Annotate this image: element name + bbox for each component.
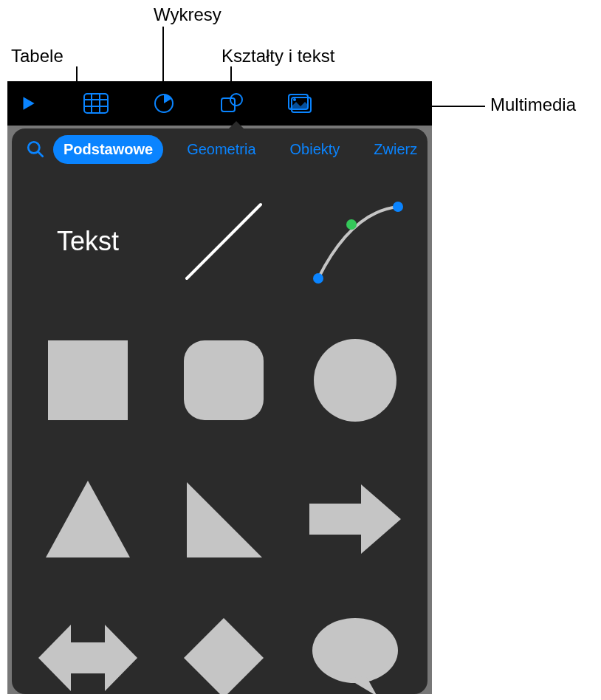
svg-point-10: [293, 98, 296, 101]
callout-tables: Tabele: [11, 46, 63, 66]
media-button[interactable]: [285, 89, 315, 118]
svg-point-25: [312, 618, 398, 683]
callout-media: Multimedia: [490, 95, 576, 115]
shape-speech-bubble[interactable]: [303, 599, 407, 694]
tab-geometry[interactable]: Geometria: [176, 135, 266, 164]
svg-rect-18: [184, 340, 264, 420]
shapes-button[interactable]: [217, 89, 247, 118]
rounded-square-icon: [179, 336, 268, 425]
pie-chart-icon: [153, 92, 175, 114]
curve-icon: [303, 193, 407, 289]
shapes-icon: [220, 92, 244, 114]
shape-arrow-double[interactable]: [32, 599, 143, 694]
shape-diamond[interactable]: [173, 599, 274, 694]
tables-button[interactable]: [81, 89, 111, 118]
popover-body: Podstawowe Geometria Obiekty Zwierz Teks…: [12, 128, 427, 694]
svg-marker-20: [46, 481, 130, 557]
svg-marker-21: [187, 482, 262, 557]
popover-caret: [226, 121, 247, 131]
speech-bubble-icon: [307, 614, 403, 694]
tab-animals[interactable]: Zwierz: [363, 135, 420, 164]
svg-marker-22: [309, 484, 401, 554]
svg-rect-0: [84, 94, 108, 113]
line-icon: [176, 193, 272, 289]
tab-objects[interactable]: Obiekty: [280, 135, 351, 164]
category-tabs: Podstawowe Geometria Obiekty Zwierz: [53, 135, 420, 164]
app-window: Podstawowe Geometria Obiekty Zwierz Teks…: [7, 81, 432, 694]
toolbar: [7, 81, 432, 126]
shape-square[interactable]: [32, 321, 143, 439]
svg-point-7: [230, 94, 242, 106]
svg-marker-24: [184, 618, 264, 694]
shape-rounded-square[interactable]: [173, 321, 274, 439]
shape-line[interactable]: [173, 182, 274, 301]
arrow-right-icon: [303, 478, 407, 560]
callout-shapes-text: Kształty i tekst: [221, 46, 334, 66]
diamond-icon: [179, 614, 268, 694]
shape-curve[interactable]: [303, 182, 407, 301]
search-button[interactable]: [22, 136, 49, 162]
shape-arrow-right[interactable]: [303, 460, 407, 578]
square-icon: [44, 336, 132, 425]
shapes-popover: Podstawowe Geometria Obiekty Zwierz Teks…: [12, 128, 427, 694]
play-button[interactable]: [13, 89, 43, 118]
media-icon: [287, 93, 312, 114]
popover-header: Podstawowe Geometria Obiekty Zwierz: [12, 128, 427, 168]
right-triangle-icon: [179, 475, 268, 563]
triangle-icon: [40, 475, 136, 563]
tab-basic[interactable]: Podstawowe: [53, 135, 163, 164]
svg-marker-23: [38, 625, 137, 691]
svg-line-13: [187, 205, 261, 278]
shape-triangle[interactable]: [32, 460, 143, 578]
svg-point-16: [393, 202, 403, 212]
svg-point-15: [346, 219, 357, 230]
charts-button[interactable]: [149, 89, 179, 118]
double-arrow-icon: [32, 617, 143, 694]
shape-right-triangle[interactable]: [173, 460, 274, 578]
shape-text[interactable]: Tekst: [32, 182, 143, 301]
svg-point-14: [313, 273, 323, 284]
search-icon: [26, 140, 45, 159]
play-icon: [18, 94, 38, 113]
svg-rect-17: [48, 340, 128, 420]
table-icon: [83, 93, 109, 114]
callout-charts: Wykresy: [154, 4, 221, 25]
svg-line-12: [38, 152, 43, 157]
shapes-grid: Tekst: [12, 168, 427, 694]
circle-icon: [311, 336, 399, 425]
svg-point-19: [314, 339, 396, 422]
shape-circle[interactable]: [303, 321, 407, 439]
